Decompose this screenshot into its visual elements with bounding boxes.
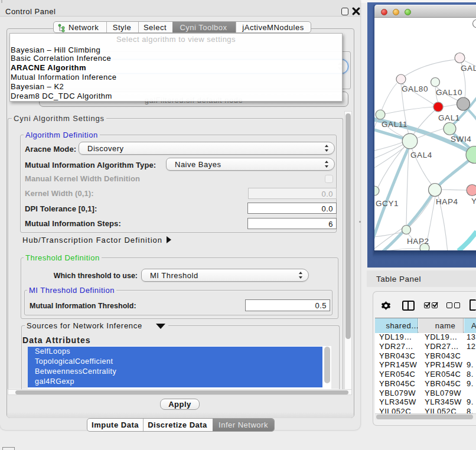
svg-text:GAL80: GAL80 bbox=[402, 84, 428, 93]
svg-text:HAP4: HAP4 bbox=[436, 197, 458, 206]
svg-text:GAL10: GAL10 bbox=[436, 88, 462, 97]
svg-text:Y: Y bbox=[471, 197, 476, 206]
svg-text:GAL: GAL bbox=[461, 64, 476, 73]
svg-text:HAP2: HAP2 bbox=[407, 237, 429, 246]
svg-text:SWI4: SWI4 bbox=[451, 135, 471, 144]
svg-text:GAL1: GAL1 bbox=[438, 113, 460, 122]
svg-text:GAL11: GAL11 bbox=[382, 120, 407, 129]
svg-text:GCY1: GCY1 bbox=[376, 199, 399, 208]
svg-text:GAL4: GAL4 bbox=[410, 151, 432, 159]
